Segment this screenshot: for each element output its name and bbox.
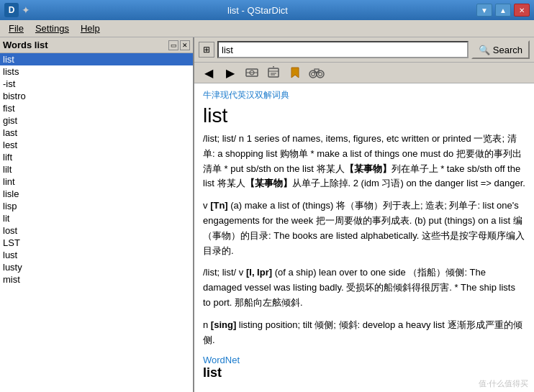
resize-icon-1[interactable]: ▭ — [168, 40, 178, 50]
word-item[interactable]: -ist — [0, 78, 193, 90]
right-panel: ⊞ 🔍 Search ◀ ▶ — [194, 37, 534, 392]
bookmark-button[interactable] — [285, 64, 305, 81]
dict-name: 牛津现代英汉双解词典 — [203, 89, 525, 101]
definition-area: 牛津现代英汉双解词典 list /list; list/ n 1 series … — [194, 83, 534, 392]
app-icon: D — [4, 3, 19, 17]
prev-dict-button[interactable] — [263, 64, 284, 81]
svg-point-12 — [312, 73, 315, 76]
menu-help[interactable]: Help — [75, 22, 106, 35]
window-title: list - QStarDict — [39, 5, 476, 16]
word-item[interactable]: lust — [0, 249, 193, 261]
word-item[interactable]: lit — [0, 212, 193, 224]
watermark: 值·什么值得买 — [479, 378, 528, 389]
word-item[interactable]: lisle — [0, 188, 193, 200]
word-item[interactable]: lists — [0, 65, 193, 78]
svg-point-13 — [319, 73, 322, 76]
word-item[interactable]: fist — [0, 102, 193, 114]
search-mode-icon[interactable]: ⊞ — [199, 42, 214, 58]
words-list-title: Words list — [3, 40, 48, 50]
word-item[interactable]: lost — [0, 224, 193, 237]
forward-button[interactable]: ▶ — [220, 64, 240, 81]
svg-point-8 — [309, 70, 317, 78]
menubar: File Settings Help — [0, 20, 534, 37]
word-item[interactable]: lift — [0, 151, 193, 163]
word-headword: list — [203, 104, 525, 127]
wordnet-label: WordNet — [203, 355, 525, 365]
minimize-button[interactable]: ▼ — [476, 4, 492, 17]
toolbar: ◀ ▶ — [194, 63, 534, 83]
definition-block-3: /list; list/ v [I, Ipr] (of a ship) lean… — [203, 265, 525, 310]
words-list-container[interactable]: listlists-istbistrofistgistlastlestliftl… — [0, 53, 193, 392]
word-item[interactable]: lisp — [0, 200, 193, 212]
resize-icon-2[interactable]: ✕ — [180, 40, 190, 50]
menu-settings[interactable]: Settings — [30, 22, 75, 35]
titlebar: D ✦ list - QStarDict ▼ ▲ ✕ — [0, 0, 534, 20]
back-button[interactable]: ◀ — [199, 64, 219, 81]
svg-rect-3 — [268, 68, 279, 77]
search-input[interactable] — [217, 41, 469, 58]
word-item[interactable]: lilt — [0, 163, 193, 176]
left-panel: Words list ▭ ✕ listlists-istbistrofistgi… — [0, 37, 194, 392]
word-item[interactable]: LST — [0, 237, 193, 249]
close-button[interactable]: ✕ — [514, 4, 530, 17]
word-item[interactable]: lusty — [0, 261, 193, 273]
menu-file[interactable]: File — [3, 22, 30, 35]
word-item[interactable]: lest — [0, 139, 193, 151]
word-item[interactable]: lint — [0, 176, 193, 188]
main-layout: Words list ▭ ✕ listlists-istbistrofistgi… — [0, 37, 534, 392]
window-controls: ▼ ▲ ✕ — [476, 4, 530, 17]
definition-block-1: /list; list/ n 1 series of names, items,… — [203, 132, 525, 191]
maximize-button[interactable]: ▲ — [495, 4, 511, 17]
word-item[interactable]: list — [0, 53, 193, 65]
search-button[interactable]: 🔍 Search — [471, 40, 530, 59]
definition-block-4: n [sing] listing position; tilt 倾侧; 倾斜: … — [203, 318, 525, 348]
magnifier-icon: 🔍 — [479, 45, 490, 55]
scan-button[interactable] — [242, 64, 262, 81]
words-list-header: Words list ▭ ✕ — [0, 37, 193, 53]
word-item[interactable]: last — [0, 127, 193, 139]
binoculars-icon — [309, 66, 325, 79]
binoculars-button[interactable] — [307, 64, 327, 81]
word-item[interactable]: mist — [0, 273, 193, 286]
svg-point-9 — [317, 70, 324, 78]
word-item[interactable]: bistro — [0, 90, 193, 102]
search-bar: ⊞ 🔍 Search — [194, 37, 534, 63]
words-list-icons: ▭ ✕ — [168, 40, 190, 50]
prev-dict-icon — [266, 65, 281, 80]
bookmark-icon — [288, 65, 302, 80]
word-item[interactable]: gist — [0, 114, 193, 127]
wordnet-headword: list — [203, 365, 525, 380]
scan-icon — [245, 65, 259, 80]
pin-icon[interactable]: ✦ — [22, 4, 33, 16]
definition-block-2: v [Tn] (a) make a list of (things) 将（事物）… — [203, 199, 525, 258]
